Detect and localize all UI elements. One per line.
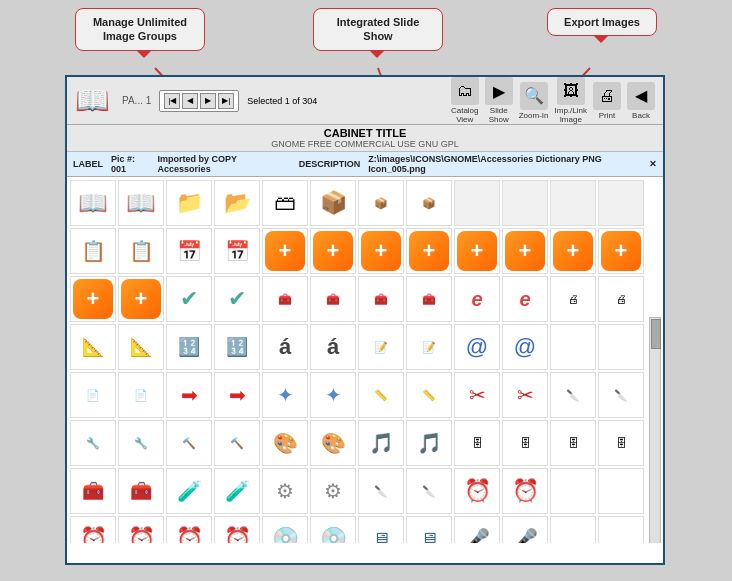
grid-cell[interactable]: ⏰ <box>118 516 164 543</box>
grid-cell[interactable]: 🔢 <box>166 324 212 370</box>
grid-cell[interactable]: 💿 <box>262 516 308 543</box>
grid-cell[interactable]: 🖨 <box>550 276 596 322</box>
grid-cell[interactable]: 🖥 <box>358 516 404 543</box>
grid-cell[interactable]: 🔨 <box>214 420 260 466</box>
grid-cell[interactable]: 🧰 <box>310 276 356 322</box>
grid-cell[interactable]: 🧰 <box>358 276 404 322</box>
catalog-view-button[interactable]: 🗂 CatalogView <box>451 77 479 124</box>
grid-cell[interactable]: 🧰 <box>406 276 452 322</box>
nav-next-button[interactable]: ▶ <box>200 93 216 109</box>
grid-cell[interactable]: 🔪 <box>406 468 452 514</box>
grid-cell[interactable]: 📦 <box>406 180 452 226</box>
grid-cell[interactable]: 📏 <box>406 372 452 418</box>
grid-cell[interactable]: 📋 <box>118 228 164 274</box>
orange-plus-button3[interactable]: + <box>361 231 401 271</box>
grid-cell[interactable]: 🖨 <box>598 276 644 322</box>
grid-cell[interactable] <box>550 324 596 370</box>
orange-plus-button7[interactable]: + <box>553 231 593 271</box>
grid-cell[interactable]: 🎨 <box>262 420 308 466</box>
grid-cell[interactable]: 📄 <box>70 372 116 418</box>
grid-cell[interactable]: + <box>406 228 452 274</box>
grid-cell[interactable]: 🧪 <box>214 468 260 514</box>
grid-cell[interactable]: 📋 <box>70 228 116 274</box>
grid-cell[interactable] <box>598 324 644 370</box>
grid-cell[interactable] <box>598 180 644 226</box>
grid-cell[interactable]: 📦 <box>310 180 356 226</box>
grid-cell[interactable] <box>598 516 644 543</box>
grid-cell[interactable]: ➡ <box>166 372 212 418</box>
grid-cell[interactable]: 🧰 <box>118 468 164 514</box>
grid-cell[interactable]: e <box>454 276 500 322</box>
grid-cell[interactable]: + <box>310 228 356 274</box>
grid-cell[interactable]: 📐 <box>118 324 164 370</box>
grid-cell[interactable]: 📝 <box>358 324 404 370</box>
grid-cell[interactable]: 🧰 <box>262 276 308 322</box>
grid-cell[interactable]: ✂ <box>454 372 500 418</box>
grid-cell[interactable]: ⚙ <box>262 468 308 514</box>
nav-first-button[interactable]: |◀ <box>164 93 180 109</box>
grid-cell[interactable]: 💿 <box>310 516 356 543</box>
import-link-button[interactable]: 🖼 Imp./LinkImage <box>555 77 587 124</box>
grid-cell[interactable]: 🎤 <box>502 516 548 543</box>
grid-cell[interactable]: 🧪 <box>166 468 212 514</box>
grid-cell[interactable]: ✦ <box>310 372 356 418</box>
grid-cell[interactable]: + <box>550 228 596 274</box>
grid-cell[interactable]: e <box>502 276 548 322</box>
grid-cell[interactable]: 🗃 <box>262 180 308 226</box>
grid-cell[interactable]: 📅 <box>214 228 260 274</box>
orange-plus-button9[interactable]: + <box>73 279 113 319</box>
grid-cell[interactable]: á <box>262 324 308 370</box>
grid-cell[interactable]: 🔢 <box>214 324 260 370</box>
grid-cell[interactable]: 🎤 <box>454 516 500 543</box>
grid-cell[interactable]: + <box>262 228 308 274</box>
grid-cell[interactable]: + <box>454 228 500 274</box>
grid-cell[interactable]: 📄 <box>118 372 164 418</box>
grid-cell[interactable]: 🔪 <box>550 372 596 418</box>
grid-cell[interactable]: 🔧 <box>70 420 116 466</box>
vertical-scrollbar[interactable] <box>649 317 661 543</box>
grid-cell[interactable]: + <box>502 228 548 274</box>
grid-cell[interactable]: ✔ <box>166 276 212 322</box>
nav-last-button[interactable]: ▶| <box>218 93 234 109</box>
grid-cell[interactable]: 📁 <box>166 180 212 226</box>
nav-prev-button[interactable]: ◀ <box>182 93 198 109</box>
grid-cell[interactable]: 🗄 <box>502 420 548 466</box>
back-button[interactable]: ◀ Back <box>627 82 655 120</box>
scroll-thumb[interactable] <box>651 319 661 349</box>
grid-cell[interactable] <box>550 516 596 543</box>
orange-plus-button6[interactable]: + <box>505 231 545 271</box>
orange-plus-button4[interactable]: + <box>409 231 449 271</box>
grid-cell[interactable] <box>454 180 500 226</box>
grid-cell[interactable]: ⏰ <box>502 468 548 514</box>
grid-cell[interactable]: ⏰ <box>166 516 212 543</box>
grid-cell[interactable]: ⏰ <box>454 468 500 514</box>
close-info-button[interactable]: ✕ <box>649 159 657 169</box>
grid-cell[interactable]: 🔪 <box>598 372 644 418</box>
grid-cell[interactable]: 🗄 <box>454 420 500 466</box>
orange-plus-button2[interactable]: + <box>313 231 353 271</box>
grid-cell[interactable]: 🔨 <box>166 420 212 466</box>
grid-cell[interactable]: 🎵 <box>358 420 404 466</box>
orange-plus-button[interactable]: + <box>265 231 305 271</box>
grid-cell[interactable]: ⏰ <box>70 516 116 543</box>
grid-cell[interactable] <box>502 180 548 226</box>
grid-cell[interactable] <box>598 468 644 514</box>
zoom-in-button[interactable]: 🔍 Zoom-In <box>519 82 549 120</box>
grid-cell[interactable]: @ <box>502 324 548 370</box>
grid-cell[interactable] <box>550 468 596 514</box>
grid-cell[interactable]: 🎨 <box>310 420 356 466</box>
grid-cell[interactable]: 📏 <box>358 372 404 418</box>
slide-show-button[interactable]: ▶ SlideShow <box>485 77 513 124</box>
grid-cell[interactable]: 🧰 <box>70 468 116 514</box>
grid-cell[interactable]: ✦ <box>262 372 308 418</box>
grid-cell[interactable]: 📂 <box>214 180 260 226</box>
grid-cell[interactable]: 🔪 <box>358 468 404 514</box>
grid-cell[interactable]: 🎵 <box>406 420 452 466</box>
nav-controls[interactable]: |◀ ◀ ▶ ▶| <box>159 90 239 112</box>
grid-cell[interactable]: ✂ <box>502 372 548 418</box>
grid-cell[interactable]: 📝 <box>406 324 452 370</box>
print-button[interactable]: 🖨 Print <box>593 82 621 120</box>
grid-cell[interactable]: + <box>70 276 116 322</box>
orange-plus-button5[interactable]: + <box>457 231 497 271</box>
grid-cell[interactable]: + <box>598 228 644 274</box>
